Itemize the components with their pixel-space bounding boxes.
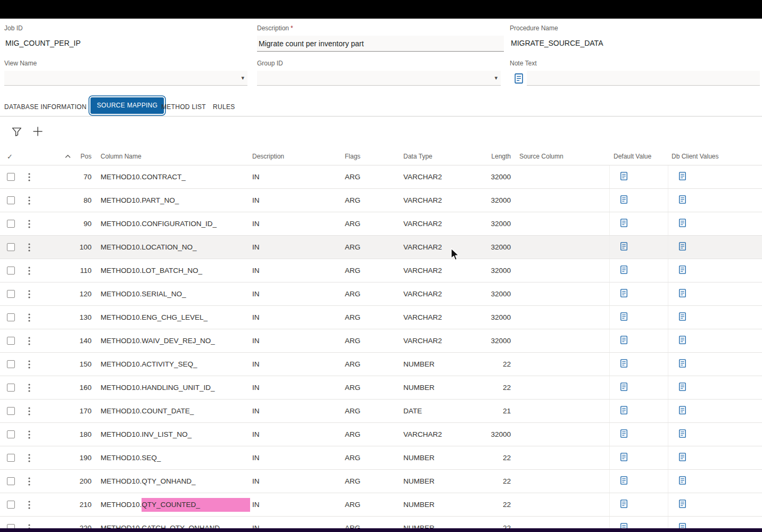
cell-description[interactable]: IN bbox=[249, 353, 341, 376]
cell-source-column[interactable] bbox=[515, 470, 609, 493]
cell-source-column[interactable] bbox=[515, 212, 609, 235]
cell-source-column[interactable] bbox=[515, 446, 609, 469]
cell-column-name[interactable]: METHOD10.QTY_ONHAND_ bbox=[96, 470, 249, 493]
row-checkbox[interactable] bbox=[7, 313, 15, 321]
description-input[interactable]: Migrate count per inventory part bbox=[257, 36, 504, 52]
cell-flags[interactable]: ARG bbox=[341, 376, 398, 399]
cell-pos[interactable]: 90 bbox=[37, 212, 96, 235]
cell-column-name[interactable]: METHOD10.QTY_COUNTED_ bbox=[96, 493, 249, 516]
cell-flags[interactable]: ARG bbox=[341, 189, 398, 212]
default-value-note-icon[interactable] bbox=[620, 429, 627, 439]
row-checkbox[interactable] bbox=[7, 384, 15, 392]
cell-length[interactable]: 32000 bbox=[457, 282, 515, 305]
cell-flags[interactable]: ARG bbox=[341, 423, 398, 446]
row-checkbox[interactable] bbox=[7, 337, 15, 345]
cell-description[interactable]: IN bbox=[249, 493, 341, 516]
cell-pos[interactable]: 70 bbox=[37, 165, 96, 188]
cell-flags[interactable]: ARG bbox=[341, 493, 398, 516]
cell-pos[interactable]: 80 bbox=[37, 189, 96, 212]
column-header-source-column[interactable]: Source Column bbox=[515, 148, 609, 165]
row-menu-button[interactable] bbox=[21, 189, 37, 212]
default-value-note-icon[interactable] bbox=[620, 312, 627, 322]
cell-length[interactable]: 32000 bbox=[457, 212, 515, 235]
row-menu-button[interactable] bbox=[21, 259, 37, 282]
cell-length[interactable]: 32000 bbox=[457, 259, 515, 282]
cell-length[interactable]: 22 bbox=[457, 470, 515, 493]
cell-column-name[interactable]: METHOD10.PART_NO_ bbox=[96, 189, 249, 212]
row-menu-button[interactable] bbox=[21, 446, 37, 469]
row-menu-button[interactable] bbox=[21, 423, 37, 446]
column-header-flags[interactable]: Flags bbox=[341, 148, 398, 165]
cell-column-name[interactable]: METHOD10.CONFIGURATION_ID_ bbox=[96, 212, 249, 235]
row-menu-button[interactable] bbox=[21, 353, 37, 376]
row-menu-button[interactable] bbox=[21, 236, 37, 259]
db-client-values-note-icon[interactable] bbox=[679, 453, 686, 463]
cell-source-column[interactable] bbox=[515, 165, 609, 188]
db-client-values-note-icon[interactable] bbox=[679, 336, 686, 346]
db-client-values-note-icon[interactable] bbox=[679, 383, 686, 393]
cell-flags[interactable]: ARG bbox=[341, 212, 398, 235]
cell-column-name[interactable]: METHOD10.WAIV_DEV_REJ_NO_ bbox=[96, 329, 249, 352]
row-checkbox[interactable] bbox=[7, 290, 15, 298]
cell-pos[interactable]: 140 bbox=[37, 329, 96, 352]
note-text-icon[interactable] bbox=[513, 72, 525, 85]
column-header-db-client-values[interactable]: Db Client Values bbox=[668, 148, 762, 165]
cell-description[interactable]: IN bbox=[249, 212, 341, 235]
cell-description[interactable]: IN bbox=[249, 189, 341, 212]
cell-description[interactable]: IN bbox=[249, 329, 341, 352]
row-checkbox[interactable] bbox=[7, 243, 15, 251]
cell-flags[interactable]: ARG bbox=[341, 259, 398, 282]
cell-description[interactable]: IN bbox=[249, 306, 341, 329]
db-client-values-note-icon[interactable] bbox=[679, 476, 686, 486]
cell-column-name[interactable]: METHOD10.CONTRACT_ bbox=[96, 165, 249, 188]
row-menu-button[interactable] bbox=[21, 400, 37, 422]
cell-column-name[interactable]: METHOD10.LOCATION_NO_ bbox=[96, 236, 249, 259]
db-client-values-note-icon[interactable] bbox=[679, 172, 686, 182]
cell-pos[interactable]: 120 bbox=[37, 282, 96, 305]
cell-data-type[interactable]: VARCHAR2 bbox=[398, 423, 457, 446]
cell-source-column[interactable] bbox=[515, 282, 609, 305]
cell-pos[interactable]: 150 bbox=[37, 353, 96, 376]
cell-pos[interactable]: 180 bbox=[37, 423, 96, 446]
cell-pos[interactable]: 130 bbox=[37, 306, 96, 329]
row-checkbox[interactable] bbox=[7, 407, 15, 415]
db-client-values-note-icon[interactable] bbox=[679, 359, 686, 369]
default-value-note-icon[interactable] bbox=[620, 265, 627, 276]
cell-source-column[interactable] bbox=[515, 353, 609, 376]
cell-source-column[interactable] bbox=[515, 400, 609, 422]
row-menu-button[interactable] bbox=[21, 282, 37, 305]
cell-column-name[interactable]: METHOD10.COUNT_DATE_ bbox=[96, 400, 249, 422]
cell-data-type[interactable]: VARCHAR2 bbox=[398, 306, 457, 329]
cell-flags[interactable]: ARG bbox=[341, 165, 398, 188]
cell-data-type[interactable]: NUMBER bbox=[398, 376, 457, 399]
cell-source-column[interactable] bbox=[515, 376, 609, 399]
cell-source-column[interactable] bbox=[515, 329, 609, 352]
cell-source-column[interactable] bbox=[515, 306, 609, 329]
default-value-note-icon[interactable] bbox=[620, 500, 627, 510]
cell-length[interactable]: 32000 bbox=[457, 306, 515, 329]
cell-column-name[interactable]: METHOD10.ACTIVITY_SEQ_ bbox=[96, 353, 249, 376]
cell-data-type[interactable]: NUMBER bbox=[398, 493, 457, 516]
row-checkbox[interactable] bbox=[7, 430, 15, 438]
cell-flags[interactable]: ARG bbox=[341, 400, 398, 422]
db-client-values-note-icon[interactable] bbox=[679, 289, 686, 299]
cell-source-column[interactable] bbox=[515, 423, 609, 446]
default-value-note-icon[interactable] bbox=[620, 383, 627, 393]
default-value-note-icon[interactable] bbox=[620, 453, 627, 463]
cell-length[interactable]: 21 bbox=[457, 400, 515, 422]
default-value-note-icon[interactable] bbox=[620, 336, 627, 346]
cell-column-name[interactable]: METHOD10.INV_LIST_NO_ bbox=[96, 423, 249, 446]
default-value-note-icon[interactable] bbox=[620, 289, 627, 299]
cell-data-type[interactable]: VARCHAR2 bbox=[398, 282, 457, 305]
cell-pos[interactable]: 170 bbox=[37, 400, 96, 422]
default-value-note-icon[interactable] bbox=[620, 359, 627, 369]
cell-column-name[interactable]: METHOD10.ENG_CHG_LEVEL_ bbox=[96, 306, 249, 329]
cell-flags[interactable]: ARG bbox=[341, 306, 398, 329]
group-id-select[interactable]: ▾ bbox=[257, 71, 501, 86]
cell-flags[interactable]: ARG bbox=[341, 446, 398, 469]
row-menu-button[interactable] bbox=[21, 212, 37, 235]
column-header-column-name[interactable]: Column Name bbox=[96, 148, 249, 165]
cell-length[interactable]: 22 bbox=[457, 376, 515, 399]
default-value-note-icon[interactable] bbox=[620, 406, 627, 416]
cell-description[interactable]: IN bbox=[249, 376, 341, 399]
